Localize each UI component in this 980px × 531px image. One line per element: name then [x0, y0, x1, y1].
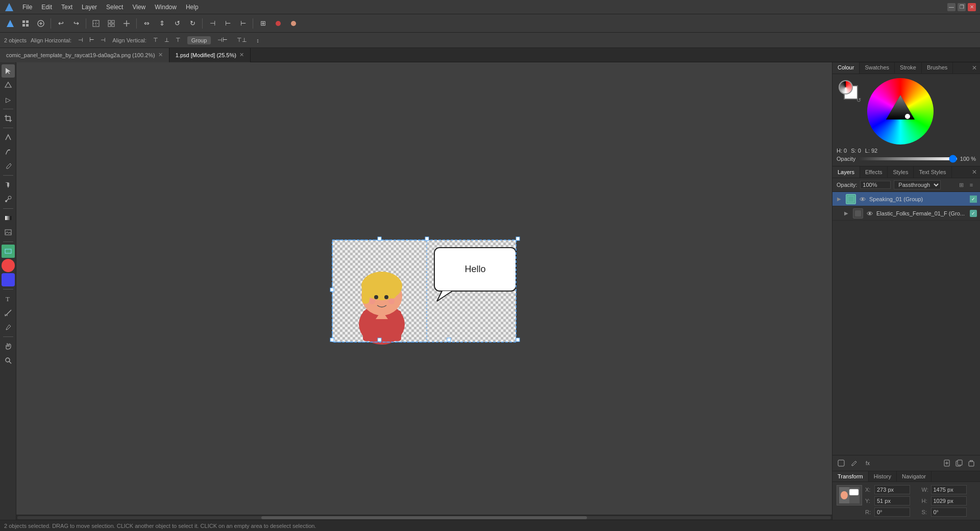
select-tool-btn[interactable] [2, 64, 15, 78]
menu-edit[interactable]: Edit [37, 3, 56, 12]
zoom-tool-btn[interactable] [2, 354, 15, 367]
rotate-left-btn[interactable]: ↺ [170, 16, 184, 31]
layer-vis-speaking[interactable] [859, 196, 866, 203]
menu-text[interactable]: Text [57, 3, 77, 12]
layer-option-btn-1[interactable]: ⊞ [957, 180, 966, 189]
guides-btn[interactable] [119, 16, 134, 31]
history-tab[interactable]: History [869, 471, 897, 481]
canvas-area[interactable]: Hello [16, 62, 832, 520]
navigator-tab[interactable]: Navigator [897, 471, 932, 481]
align-bottom-v-btn[interactable]: ⊤ [173, 36, 183, 44]
layer-add-btn[interactable] [941, 457, 952, 469]
y-input[interactable]: 51 px [874, 496, 910, 505]
tab-2-close[interactable]: ✕ [239, 52, 244, 58]
layers-panel-close[interactable]: ✕ [969, 166, 980, 178]
layer-item-elastic[interactable]: ▶ Elastic_Folks_Female_01_F (Gro... ✓ [832, 206, 980, 221]
measure-btn[interactable] [2, 306, 15, 320]
rounded-rect-btn[interactable] [2, 273, 15, 286]
reset-colors-icon[interactable]: ↺ [856, 97, 861, 104]
flip-h-btn[interactable]: ⇔ [139, 16, 154, 31]
flip-sel-btn[interactable]: ↕ [254, 36, 262, 44]
align-center-h-btn[interactable]: ⊢ [87, 36, 97, 44]
group-button[interactable]: Group [187, 36, 211, 44]
flip-v-btn[interactable]: ⇕ [155, 16, 169, 31]
layer-mask-btn[interactable] [836, 457, 847, 469]
menu-layer[interactable]: Layer [78, 3, 101, 12]
layer-opacity-input[interactable] [860, 181, 891, 189]
layer-expand-speaking[interactable]: ▶ [836, 196, 843, 203]
layer-item-speaking[interactable]: ▶ Speaking_01 (Group) ✓ [832, 192, 980, 206]
align-left-h-btn[interactable]: ⊣ [76, 36, 86, 44]
tab-1[interactable]: comic_panel_template_by_raycat19-da0ag2a… [0, 48, 169, 62]
opacity-slider[interactable] [859, 157, 957, 160]
vector-persona-btn[interactable] [3, 16, 17, 31]
minimize-button[interactable]: — [947, 3, 955, 11]
tab-2[interactable]: 1.psd [Modified] (25.5%) ✕ [169, 48, 251, 62]
swatches-tab[interactable]: Swatches [860, 62, 895, 74]
text-styles-tab[interactable]: Text Styles [914, 166, 951, 178]
export-persona-btn[interactable] [34, 16, 48, 31]
layer-edit-btn[interactable] [849, 457, 860, 469]
color-panel-close[interactable]: ✕ [969, 62, 980, 74]
image-btn[interactable] [2, 226, 15, 239]
hand-tool-btn[interactable] [2, 340, 15, 353]
tab-1-close[interactable]: ✕ [158, 52, 163, 58]
menu-file[interactable]: File [18, 3, 36, 12]
menu-view[interactable]: View [128, 3, 150, 12]
x-input[interactable]: 273 px [874, 485, 910, 494]
node-tool-btn[interactable] [2, 79, 15, 92]
ellipse-shape-btn[interactable] [2, 259, 15, 272]
fill-tool-btn[interactable] [2, 178, 15, 191]
layer-option-btn-2[interactable]: ≡ [967, 180, 976, 189]
text-tool-btn[interactable]: T [2, 292, 15, 305]
brush-tool-btn[interactable] [2, 159, 15, 173]
distribute-v-btn[interactable]: ⊤⊥ [234, 36, 250, 44]
transform-btn[interactable]: ▷ [2, 93, 15, 106]
layer-delete-btn[interactable] [966, 457, 977, 469]
fg-swatch[interactable] [839, 80, 853, 94]
rect-shape-btn[interactable] [2, 245, 15, 258]
restore-button[interactable]: ❐ [958, 3, 966, 11]
rotate-right-btn[interactable]: ↻ [185, 16, 200, 31]
align-right-btn[interactable]: ⊢ [236, 16, 250, 31]
menu-select[interactable]: Select [102, 3, 127, 12]
s-input[interactable]: 0° [931, 508, 967, 517]
distribute-h-btn[interactable]: ⊣⊢ [215, 36, 230, 44]
color-picker-btn[interactable] [271, 16, 285, 31]
align-middle-v-btn[interactable]: ⊥ [162, 36, 172, 44]
eyedropper-btn[interactable] [2, 192, 15, 206]
pen-tool-btn[interactable] [2, 131, 15, 144]
eyedropper2-btn[interactable] [2, 321, 15, 334]
r-input[interactable]: 0° [874, 508, 910, 517]
menu-help[interactable]: Help [182, 3, 203, 12]
crop-btn[interactable] [2, 112, 15, 125]
brushes-tab[interactable]: Brushes [922, 62, 953, 74]
layer-vis-elastic[interactable] [866, 210, 873, 217]
colour-tab[interactable]: Colour [832, 62, 860, 74]
layer-fx-btn[interactable]: fx [862, 457, 873, 469]
pencil-tool-btn[interactable] [2, 145, 15, 158]
horizontal-scrollbar[interactable] [16, 515, 832, 520]
color-picker2-btn[interactable] [286, 16, 301, 31]
view-mode-btn[interactable]: ⊞ [256, 16, 270, 31]
effects-tab[interactable]: Effects [860, 166, 888, 178]
snap-btn[interactable] [89, 16, 103, 31]
color-wheel-area[interactable] [867, 78, 976, 144]
layers-tab[interactable]: Layers [832, 166, 860, 178]
transform-tab[interactable]: Transform [832, 471, 869, 481]
gradient-btn[interactable] [2, 211, 15, 225]
menu-window[interactable]: Window [151, 3, 181, 12]
undo-btn[interactable]: ↩ [54, 16, 68, 31]
w-input[interactable]: 1475 px [931, 485, 967, 494]
align-left-btn[interactable]: ⊣ [205, 16, 219, 31]
styles-tab[interactable]: Styles [888, 166, 914, 178]
stroke-tab[interactable]: Stroke [895, 62, 922, 74]
redo-btn[interactable]: ↪ [69, 16, 83, 31]
layer-copy-btn[interactable] [953, 457, 965, 469]
align-center-btn[interactable]: ⊢ [220, 16, 235, 31]
layer-expand-elastic[interactable]: ▶ [843, 210, 850, 217]
align-right-h-btn[interactable]: ⊣ [98, 36, 108, 44]
pixel-persona-btn[interactable] [18, 16, 33, 31]
close-button[interactable]: ✕ [968, 3, 976, 11]
blend-mode-select[interactable]: Passthrough Normal Multiply Screen [894, 180, 941, 189]
